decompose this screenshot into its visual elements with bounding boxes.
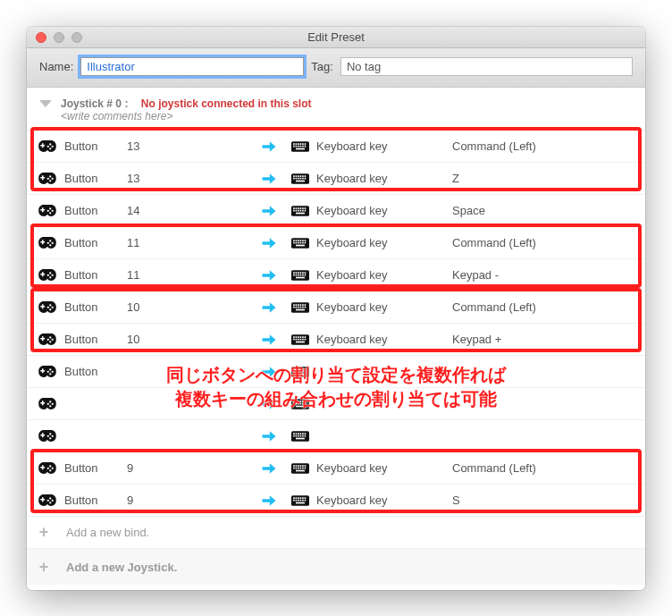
window: Edit Preset Name: Tag: Joystick # 0 : No… [27, 27, 645, 590]
source-name[interactable]: Button [64, 494, 123, 507]
joystick-hint[interactable]: <write comments here> [61, 110, 312, 122]
source-number[interactable]: 13 [127, 139, 250, 153]
source-name[interactable]: Button [64, 172, 123, 185]
gamepad-icon [34, 140, 61, 152]
binding-row[interactable]: Button14Keyboard keySpace [27, 195, 645, 227]
source-name[interactable]: Button [64, 461, 123, 475]
gamepad-icon [34, 205, 61, 216]
keyboard-icon [288, 495, 313, 506]
target-kind[interactable]: Keyboard key [316, 494, 449, 507]
toolbar: Name: Tag: [27, 48, 645, 88]
keyboard-icon [288, 431, 313, 442]
plus-icon[interactable]: + [34, 523, 54, 542]
arrow-icon [254, 202, 284, 220]
target-kind[interactable]: Keyboard key [316, 204, 449, 217]
source-name[interactable]: Button [64, 236, 123, 249]
binding-row[interactable] [27, 388, 645, 420]
target-kind[interactable]: Keyboard key [316, 172, 449, 185]
gamepad-icon [34, 366, 61, 377]
target-kind[interactable]: Keyboard key [316, 300, 449, 314]
window-title: Edit Preset [27, 30, 645, 44]
gamepad-icon [34, 173, 61, 184]
source-number[interactable]: 9 [127, 461, 250, 475]
joystick-header[interactable]: Joystick # 0 : No joystick connected in … [27, 88, 645, 131]
binding-row[interactable]: Button11Keyboard keyKeypad - [27, 259, 645, 291]
source-name[interactable]: Button [64, 365, 123, 378]
gamepad-icon [34, 333, 61, 345]
binding-row[interactable]: Button13Keyboard keyCommand (Left) [27, 131, 645, 163]
keyboard-icon [288, 238, 313, 249]
source-number[interactable]: 10 [127, 300, 250, 314]
source-name[interactable]: Button [64, 300, 123, 314]
name-label: Name: [39, 60, 73, 73]
minimize-icon[interactable] [54, 32, 64, 43]
binding-row[interactable]: Button11Keyboard keyCommand (Left) [27, 227, 645, 259]
target-value[interactable]: Command (Left) [452, 300, 633, 314]
binding-row[interactable]: Button [27, 356, 645, 388]
source-number[interactable]: 13 [127, 172, 250, 185]
gamepad-icon [34, 430, 61, 442]
target-value[interactable]: Command (Left) [452, 236, 633, 249]
binding-row[interactable]: Button9Keyboard keyS [27, 485, 645, 517]
arrow-icon [254, 331, 284, 349]
target-value[interactable]: Command (Left) [452, 461, 633, 475]
source-name[interactable]: Button [64, 139, 123, 153]
arrow-icon [254, 492, 284, 510]
arrow-icon [254, 299, 284, 316]
arrow-icon [254, 266, 284, 284]
binding-row[interactable]: Button10Keyboard keyKeypad + [27, 324, 645, 356]
keyboard-icon [288, 141, 313, 152]
preset-name-input[interactable] [80, 57, 304, 76]
target-value[interactable]: Keypad - [452, 268, 633, 282]
traffic-lights [27, 32, 82, 43]
target-kind[interactable]: Keyboard key [316, 139, 449, 153]
gamepad-icon [34, 269, 61, 281]
add-bind-label: Add a new bind. [66, 526, 149, 539]
source-number[interactable]: 9 [127, 494, 250, 507]
target-kind[interactable]: Keyboard key [316, 236, 449, 249]
source-number[interactable]: 10 [127, 333, 250, 346]
source-name[interactable]: Button [64, 204, 123, 217]
target-kind[interactable]: Keyboard key [316, 268, 449, 282]
keyboard-icon [288, 173, 313, 184]
target-kind[interactable]: Keyboard key [316, 461, 449, 475]
source-number[interactable]: 11 [127, 236, 250, 249]
target-kind[interactable]: Keyboard key [316, 333, 449, 346]
keyboard-icon [288, 367, 313, 377]
add-joystick-label: Add a new Joystick. [66, 561, 177, 574]
gamepad-icon [34, 494, 61, 506]
source-number[interactable]: 14 [127, 204, 250, 217]
keyboard-icon [288, 206, 313, 216]
binding-row[interactable]: Button9Keyboard keyCommand (Left) [27, 452, 645, 485]
binding-row[interactable]: Button13Keyboard keyZ [27, 163, 645, 195]
source-name[interactable]: Button [64, 333, 123, 346]
gamepad-icon [34, 398, 61, 409]
zoom-icon[interactable] [71, 32, 82, 43]
plus-icon[interactable]: + [34, 558, 54, 577]
arrow-icon [254, 170, 284, 188]
target-value[interactable]: S [452, 494, 633, 507]
keyboard-icon [288, 302, 313, 313]
preset-tag-input[interactable] [340, 57, 633, 76]
arrow-icon [254, 234, 284, 252]
gamepad-icon [34, 301, 61, 313]
target-value[interactable]: Keypad + [452, 333, 633, 346]
binding-row[interactable] [27, 420, 645, 452]
tag-label: Tag: [311, 60, 333, 73]
target-value[interactable]: Z [452, 172, 633, 185]
target-value[interactable]: Command (Left) [452, 139, 633, 153]
target-value[interactable]: Space [452, 204, 633, 217]
gamepad-icon [34, 237, 61, 249]
arrow-icon [254, 427, 284, 445]
add-joystick-row[interactable]: + Add a new Joystick. [27, 549, 645, 585]
binding-rows: Button13Keyboard keyCommand (Left)Button… [27, 131, 645, 517]
add-bind-row[interactable]: + Add a new bind. [27, 517, 645, 549]
joystick-warning: No joystick connected in this slot [141, 97, 312, 110]
source-name[interactable]: Button [64, 268, 123, 282]
binding-row[interactable]: Button10Keyboard keyCommand (Left) [27, 291, 645, 324]
arrow-icon [254, 138, 284, 156]
disclosure-icon[interactable] [39, 100, 52, 107]
keyboard-icon [288, 399, 313, 409]
close-icon[interactable] [36, 32, 46, 43]
source-number[interactable]: 11 [127, 268, 250, 282]
